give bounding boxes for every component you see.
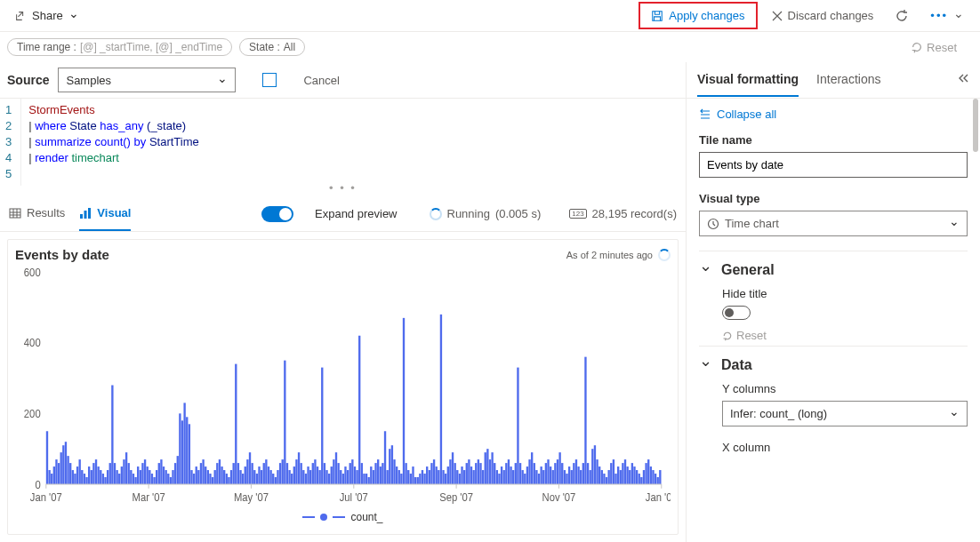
svg-rect-28 [91, 470, 92, 484]
svg-rect-221 [540, 466, 542, 484]
svg-rect-190 [468, 459, 470, 484]
svg-rect-216 [528, 459, 530, 484]
more-button[interactable]: ••• [923, 5, 971, 26]
svg-rect-123 [312, 463, 314, 484]
svg-rect-81 [214, 470, 216, 484]
svg-rect-59 [163, 466, 165, 484]
cancel-button[interactable]: Cancel [303, 74, 339, 87]
svg-rect-84 [221, 466, 222, 484]
svg-rect-151 [377, 459, 379, 484]
query-editor[interactable]: 12345 StormEvents | where State has_any … [0, 99, 686, 186]
svg-rect-52 [147, 466, 149, 484]
svg-rect-259 [629, 470, 631, 484]
section-general: General Hide title Reset [699, 251, 968, 342]
status-running: Running (0.005 s) [430, 207, 542, 220]
reset-params-button[interactable]: Reset [911, 41, 973, 54]
svg-rect-33 [102, 474, 104, 484]
svg-rect-107 [275, 477, 277, 484]
records-icon: 123 [569, 209, 586, 219]
svg-rect-70 [189, 424, 190, 484]
results-tab-bar: Results Visual Expand preview Running (0… [0, 196, 686, 232]
svg-rect-29 [92, 463, 94, 484]
svg-rect-212 [519, 463, 521, 484]
tab-visual[interactable]: Visual [79, 196, 131, 231]
reset-general-button[interactable]: Reset [722, 329, 968, 342]
y-columns-select[interactable]: Infer: count_ (long) [722, 401, 968, 426]
svg-rect-249 [606, 477, 607, 484]
section-general-header[interactable]: General [699, 262, 968, 278]
section-data-header[interactable]: Data [699, 357, 968, 373]
svg-rect-176 [436, 466, 438, 484]
svg-rect-83 [219, 459, 221, 484]
svg-rect-237 [577, 466, 579, 484]
chevron-double-icon [957, 72, 969, 84]
svg-rect-31 [97, 466, 99, 484]
editor-code[interactable]: StormEvents | where State has_any (_stat… [21, 99, 686, 186]
svg-rect-146 [365, 474, 367, 484]
svg-rect-265 [643, 470, 645, 484]
svg-rect-144 [361, 463, 363, 484]
chart-timestamp: As of 2 minutes ago [566, 249, 671, 261]
svg-rect-54 [151, 474, 153, 484]
expand-panel-button[interactable] [957, 72, 969, 87]
discard-changes-button[interactable]: Discard changes [765, 5, 881, 26]
svg-rect-236 [575, 459, 577, 484]
svg-rect-115 [293, 466, 295, 484]
svg-rect-229 [558, 452, 560, 484]
svg-rect-170 [422, 470, 423, 484]
svg-rect-188 [463, 470, 465, 484]
chevron-down-icon [949, 217, 960, 230]
scrollbar[interactable] [973, 99, 978, 152]
svg-text:Jan '08: Jan '08 [646, 490, 671, 504]
hide-title-toggle[interactable] [722, 306, 751, 320]
svg-rect-1 [10, 209, 20, 218]
apply-highlight: Apply changes [639, 2, 757, 29]
svg-rect-155 [386, 470, 388, 484]
svg-rect-181 [447, 466, 449, 484]
source-select[interactable]: Samples [58, 68, 236, 92]
svg-rect-38 [114, 463, 116, 484]
share-button[interactable]: Share [9, 5, 84, 26]
apply-changes-button[interactable]: Apply changes [644, 5, 751, 26]
svg-rect-206 [505, 463, 507, 484]
collapse-all-button[interactable]: Collapse all [699, 108, 968, 121]
source-checkbox[interactable] [262, 73, 277, 87]
svg-rect-140 [351, 459, 353, 484]
svg-rect-44 [128, 463, 130, 484]
left-panel: Source Samples Cancel 12345 StormEvents … [0, 62, 687, 542]
tab-visual-formatting[interactable]: Visual formatting [697, 62, 799, 97]
svg-rect-47 [134, 477, 136, 484]
visual-type-select[interactable]: Time chart [699, 211, 968, 236]
svg-rect-233 [568, 466, 570, 484]
expand-preview-toggle[interactable] [261, 206, 293, 222]
chart-area[interactable]: 0200400600Jan '07Mar '07May '07Jul '07Se… [15, 266, 671, 507]
svg-rect-110 [282, 459, 284, 484]
chevron-down-icon [699, 264, 712, 277]
svg-text:Jul '07: Jul '07 [340, 490, 368, 504]
y-columns-label: Y columns [722, 382, 968, 395]
svg-rect-239 [582, 463, 584, 484]
svg-rect-142 [356, 470, 357, 484]
svg-rect-211 [517, 368, 518, 484]
svg-rect-253 [615, 474, 616, 484]
tile-name-input[interactable] [699, 152, 968, 178]
svg-rect-235 [573, 463, 574, 484]
svg-rect-50 [141, 463, 143, 484]
svg-rect-112 [286, 463, 288, 484]
svg-text:Jan '07: Jan '07 [30, 490, 62, 504]
svg-rect-90 [235, 364, 237, 484]
state-pill[interactable]: State : All [239, 38, 305, 56]
svg-rect-125 [317, 466, 318, 484]
svg-rect-260 [631, 463, 633, 484]
refresh-button[interactable] [888, 5, 916, 27]
time-range-pill[interactable]: Time range : [@] _startTime, [@] _endTim… [7, 38, 232, 56]
tab-results[interactable]: Results [9, 196, 65, 231]
tab-interactions[interactable]: Interactions [816, 62, 880, 97]
resize-handle[interactable]: • • • [0, 186, 686, 196]
svg-rect-135 [340, 470, 341, 484]
svg-rect-128 [324, 463, 325, 484]
svg-rect-179 [442, 470, 444, 484]
svg-rect-161 [400, 474, 402, 484]
svg-rect-156 [389, 449, 390, 484]
svg-rect-165 [410, 474, 412, 484]
